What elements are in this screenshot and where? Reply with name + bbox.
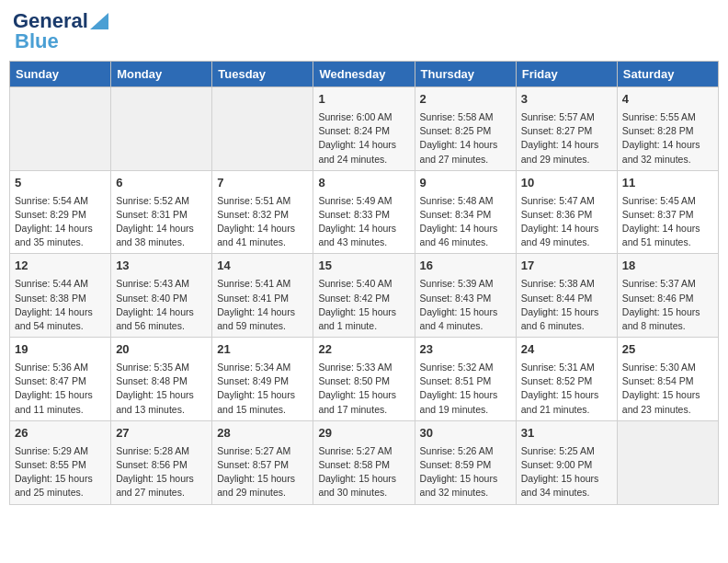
sunset-text: Sunset: 8:43 PM <box>420 293 492 304</box>
calendar-day-5: 5Sunrise: 5:54 AMSunset: 8:29 PMDaylight… <box>10 170 111 254</box>
calendar-day-19: 19Sunrise: 5:36 AMSunset: 8:47 PMDayligh… <box>10 338 111 421</box>
daylight-text: Daylight: 14 hours and 54 minutes. <box>15 306 93 331</box>
daylight-text: Daylight: 14 hours and 35 minutes. <box>15 223 93 247</box>
calendar-week-row: 26Sunrise: 5:29 AMSunset: 8:55 PMDayligh… <box>10 420 719 504</box>
logo-icon <box>90 9 108 29</box>
calendar-empty-cell <box>111 87 212 171</box>
calendar-empty-cell <box>10 87 111 171</box>
sunset-text: Sunset: 8:31 PM <box>116 209 188 220</box>
day-number: 3 <box>521 91 612 109</box>
sunset-text: Sunset: 8:36 PM <box>521 209 593 220</box>
day-number: 21 <box>217 341 308 359</box>
sunrise-text: Sunrise: 5:51 AM <box>217 195 290 206</box>
day-number: 25 <box>622 341 713 359</box>
calendar-day-6: 6Sunrise: 5:52 AMSunset: 8:31 PMDaylight… <box>111 170 212 254</box>
sunrise-text: Sunrise: 5:36 AM <box>15 362 88 373</box>
svg-marker-0 <box>90 13 108 29</box>
sunset-text: Sunset: 8:58 PM <box>318 459 390 470</box>
daylight-text: Daylight: 14 hours and 32 minutes. <box>622 139 700 164</box>
calendar-empty-cell <box>617 420 718 504</box>
day-number: 9 <box>420 175 511 192</box>
day-number: 18 <box>622 258 713 275</box>
daylight-text: Daylight: 15 hours and 17 minutes. <box>318 389 396 414</box>
sunrise-text: Sunrise: 5:49 AM <box>318 195 392 206</box>
daylight-text: Daylight: 15 hours and 1 minute. <box>318 306 396 331</box>
calendar-day-31: 31Sunrise: 5:25 AMSunset: 9:00 PMDayligh… <box>516 420 617 504</box>
daylight-text: Daylight: 15 hours and 21 minutes. <box>521 389 599 414</box>
sunrise-text: Sunrise: 5:57 AM <box>521 111 595 122</box>
calendar-day-1: 1Sunrise: 6:00 AMSunset: 8:24 PMDaylight… <box>313 87 415 171</box>
day-number: 4 <box>622 91 713 109</box>
sunset-text: Sunset: 9:00 PM <box>521 459 593 470</box>
calendar-week-row: 12Sunrise: 5:44 AMSunset: 8:38 PMDayligh… <box>10 254 719 338</box>
calendar-week-row: 1Sunrise: 6:00 AMSunset: 8:24 PMDaylight… <box>10 87 719 171</box>
header-day-monday: Monday <box>111 62 212 87</box>
daylight-text: Daylight: 14 hours and 46 minutes. <box>420 223 498 247</box>
sunrise-text: Sunrise: 5:27 AM <box>217 445 290 456</box>
sunset-text: Sunset: 8:47 PM <box>15 375 86 386</box>
calendar-day-15: 15Sunrise: 5:40 AMSunset: 8:42 PMDayligh… <box>313 254 415 338</box>
day-number: 12 <box>15 258 106 275</box>
day-number: 15 <box>318 258 409 275</box>
sunset-text: Sunset: 8:27 PM <box>521 125 593 136</box>
daylight-text: Daylight: 15 hours and 8 minutes. <box>622 306 700 331</box>
sunset-text: Sunset: 8:46 PM <box>622 293 694 304</box>
calendar-day-14: 14Sunrise: 5:41 AMSunset: 8:41 PMDayligh… <box>212 254 313 338</box>
sunrise-text: Sunrise: 5:28 AM <box>116 445 189 456</box>
day-number: 29 <box>318 425 409 442</box>
calendar-day-17: 17Sunrise: 5:38 AMSunset: 8:44 PMDayligh… <box>516 254 617 338</box>
sunrise-text: Sunrise: 6:00 AM <box>318 111 392 122</box>
daylight-text: Daylight: 14 hours and 24 minutes. <box>318 139 396 164</box>
sunrise-text: Sunrise: 5:40 AM <box>318 278 392 289</box>
daylight-text: Daylight: 15 hours and 32 minutes. <box>420 473 498 498</box>
sunrise-text: Sunrise: 5:32 AM <box>420 362 494 373</box>
sunrise-text: Sunrise: 5:37 AM <box>622 278 696 289</box>
sunrise-text: Sunrise: 5:25 AM <box>521 445 595 456</box>
calendar-day-13: 13Sunrise: 5:43 AMSunset: 8:40 PMDayligh… <box>111 254 212 338</box>
day-number: 26 <box>15 425 106 442</box>
sunset-text: Sunset: 8:51 PM <box>420 375 492 386</box>
daylight-text: Daylight: 14 hours and 51 minutes. <box>622 223 700 247</box>
header-day-tuesday: Tuesday <box>212 62 313 87</box>
logo: General Blue <box>13 9 108 53</box>
daylight-text: Daylight: 15 hours and 23 minutes. <box>622 389 700 414</box>
sunrise-text: Sunrise: 5:33 AM <box>318 362 392 373</box>
daylight-text: Daylight: 15 hours and 6 minutes. <box>521 306 599 331</box>
calendar-day-21: 21Sunrise: 5:34 AMSunset: 8:49 PMDayligh… <box>212 338 313 421</box>
calendar-day-9: 9Sunrise: 5:48 AMSunset: 8:34 PMDaylight… <box>415 170 516 254</box>
daylight-text: Daylight: 14 hours and 29 minutes. <box>521 139 599 164</box>
calendar-day-28: 28Sunrise: 5:27 AMSunset: 8:57 PMDayligh… <box>212 420 313 504</box>
sunrise-text: Sunrise: 5:47 AM <box>521 195 595 206</box>
sunset-text: Sunset: 8:25 PM <box>420 125 492 136</box>
calendar-day-22: 22Sunrise: 5:33 AMSunset: 8:50 PMDayligh… <box>313 338 415 421</box>
sunrise-text: Sunrise: 5:29 AM <box>15 445 88 456</box>
daylight-text: Daylight: 15 hours and 27 minutes. <box>116 473 194 498</box>
sunrise-text: Sunrise: 5:44 AM <box>15 278 88 289</box>
calendar-empty-cell <box>212 87 313 171</box>
calendar-day-8: 8Sunrise: 5:49 AMSunset: 8:33 PMDaylight… <box>313 170 415 254</box>
daylight-text: Daylight: 15 hours and 11 minutes. <box>15 389 93 414</box>
daylight-text: Daylight: 14 hours and 56 minutes. <box>116 306 194 331</box>
sunrise-text: Sunrise: 5:55 AM <box>622 111 696 122</box>
day-number: 17 <box>521 258 612 275</box>
calendar-header-row: SundayMondayTuesdayWednesdayThursdayFrid… <box>10 62 719 87</box>
sunrise-text: Sunrise: 5:58 AM <box>420 111 494 122</box>
daylight-text: Daylight: 14 hours and 38 minutes. <box>116 223 194 247</box>
sunrise-text: Sunrise: 5:48 AM <box>420 195 494 206</box>
day-number: 27 <box>116 425 207 442</box>
day-number: 16 <box>420 258 511 275</box>
day-number: 23 <box>420 341 511 359</box>
sunset-text: Sunset: 8:57 PM <box>217 459 289 470</box>
sunrise-text: Sunrise: 5:52 AM <box>116 195 189 206</box>
daylight-text: Daylight: 14 hours and 41 minutes. <box>217 223 295 247</box>
sunrise-text: Sunrise: 5:41 AM <box>217 278 290 289</box>
sunset-text: Sunset: 8:33 PM <box>318 209 390 220</box>
day-number: 20 <box>116 341 207 359</box>
calendar-day-18: 18Sunrise: 5:37 AMSunset: 8:46 PMDayligh… <box>617 254 718 338</box>
daylight-text: Daylight: 14 hours and 27 minutes. <box>420 139 498 164</box>
day-number: 1 <box>318 91 409 109</box>
day-number: 19 <box>15 341 106 359</box>
day-number: 7 <box>217 175 308 192</box>
header-day-thursday: Thursday <box>415 62 516 87</box>
sunset-text: Sunset: 8:50 PM <box>318 375 390 386</box>
